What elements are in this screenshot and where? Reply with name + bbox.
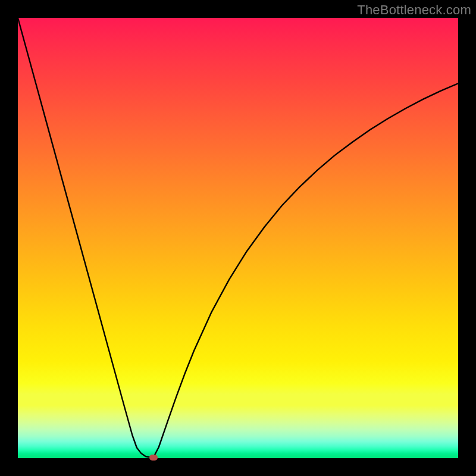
- optimal-point-marker: [149, 455, 158, 461]
- bottleneck-curve: [18, 18, 458, 458]
- plot-area: [18, 18, 458, 458]
- watermark-text: TheBottleneck.com: [357, 2, 471, 18]
- chart-frame: TheBottleneck.com: [0, 0, 476, 476]
